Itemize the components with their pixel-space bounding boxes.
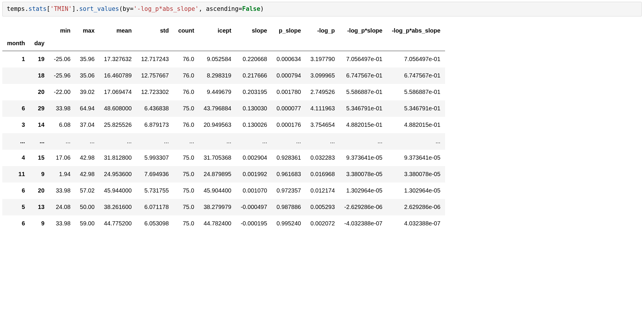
table-row-ellipsis: ... ... ... ... ... ... ... ... ... ... … bbox=[2, 133, 445, 150]
cell: 0.001992 bbox=[236, 166, 272, 183]
cell: 0.016968 bbox=[306, 166, 339, 183]
cell: 75.0 bbox=[173, 150, 199, 166]
cell: 75.0 bbox=[173, 183, 199, 199]
code-token: sort_values bbox=[79, 5, 119, 12]
cell: 43.796884 bbox=[199, 100, 236, 117]
cell: 12.723302 bbox=[136, 84, 174, 100]
cell: 76.0 bbox=[173, 117, 199, 133]
cell: 17.327632 bbox=[99, 51, 136, 67]
cell: 12.757667 bbox=[136, 67, 174, 84]
cell: 0.995240 bbox=[272, 215, 306, 232]
cell: 75.0 bbox=[173, 199, 199, 215]
cell: ... bbox=[236, 133, 272, 150]
code-token: ascending bbox=[206, 5, 239, 12]
cell: 7.056497e-01 bbox=[339, 51, 387, 67]
cell: 24.08 bbox=[49, 199, 75, 215]
row-index-month: 6 bbox=[2, 215, 30, 232]
cell: 33.98 bbox=[49, 183, 75, 199]
cell: 48.608000 bbox=[99, 100, 136, 117]
cell: ... bbox=[339, 133, 387, 150]
cell: 9.052584 bbox=[199, 51, 236, 67]
cell: 0.130026 bbox=[236, 117, 272, 133]
cell: 50.00 bbox=[75, 199, 99, 215]
row-index-month: 1 bbox=[2, 51, 30, 67]
code-token: stats bbox=[28, 5, 47, 12]
cell: 0.987886 bbox=[272, 199, 306, 215]
cell: 4.032388e-07 bbox=[387, 215, 445, 232]
cell: ... bbox=[136, 133, 174, 150]
cell: ... bbox=[306, 133, 339, 150]
cell: 0.928361 bbox=[272, 150, 306, 166]
row-index-day: 9 bbox=[30, 166, 49, 183]
cell: ... bbox=[99, 133, 136, 150]
cell: 0.012174 bbox=[306, 183, 339, 199]
cell: 17.06 bbox=[49, 150, 75, 166]
cell: 0.000794 bbox=[272, 67, 306, 84]
cell: 3.197790 bbox=[306, 51, 339, 67]
cell: 4.882015e-01 bbox=[339, 117, 387, 133]
row-index-day: ... bbox=[30, 133, 49, 150]
cell: 6.747567e-01 bbox=[387, 67, 445, 84]
cell: 12.717243 bbox=[136, 51, 174, 67]
cell: ... bbox=[199, 133, 236, 150]
code-token: [ bbox=[47, 5, 50, 12]
cell: 0.002904 bbox=[236, 150, 272, 166]
dataframe-table: min max mean std count icept slope p_slo… bbox=[2, 21, 445, 232]
cell: 44.775200 bbox=[99, 215, 136, 232]
cell: 2.749526 bbox=[306, 84, 339, 100]
column-header-neg_log_p: -log_p bbox=[306, 21, 339, 37]
cell: 6.071178 bbox=[136, 199, 174, 215]
code-token: by bbox=[123, 5, 130, 12]
cell: 0.130030 bbox=[236, 100, 272, 117]
cell: 75.0 bbox=[173, 100, 199, 117]
cell: 0.002072 bbox=[306, 215, 339, 232]
cell: 0.032283 bbox=[306, 150, 339, 166]
table-row: 4 15 17.06 42.98 31.812800 5.993307 75.0… bbox=[2, 150, 445, 166]
index-name-month: month bbox=[2, 37, 30, 51]
cell: 4.111963 bbox=[306, 100, 339, 117]
column-header-p_slope: p_slope bbox=[272, 21, 306, 37]
cell: 5.586887e-01 bbox=[387, 84, 445, 100]
cell: 24.953600 bbox=[99, 166, 136, 183]
cell: 3.380078e-05 bbox=[387, 166, 445, 183]
cell: 35.96 bbox=[75, 51, 99, 67]
cell: 35.06 bbox=[75, 67, 99, 84]
cell: 7.056497e-01 bbox=[387, 51, 445, 67]
cell: -22.00 bbox=[49, 84, 75, 100]
code-token: temps bbox=[7, 5, 25, 12]
table-row: 6 20 33.98 57.02 45.944000 5.731755 75.0… bbox=[2, 183, 445, 199]
code-token: = bbox=[239, 5, 242, 12]
row-index-month: 6 bbox=[2, 183, 30, 199]
code-token: . bbox=[76, 5, 79, 12]
table-row: 6 9 33.98 59.00 44.775200 6.053098 75.0 … bbox=[2, 215, 445, 232]
cell: 1.302964e-05 bbox=[339, 183, 387, 199]
cell: 0.000077 bbox=[272, 100, 306, 117]
cell: 75.0 bbox=[173, 215, 199, 232]
cell: 16.460789 bbox=[99, 67, 136, 84]
cell: -25.06 bbox=[49, 51, 75, 67]
table-row: 3 14 6.08 37.04 25.825526 6.879173 76.0 … bbox=[2, 117, 445, 133]
column-header-icept: icept bbox=[199, 21, 236, 37]
cell: ... bbox=[173, 133, 199, 150]
cell: 1.94 bbox=[49, 166, 75, 183]
cell: 3.380078e-05 bbox=[339, 166, 387, 183]
row-index-day: 15 bbox=[30, 150, 49, 166]
code-token: = bbox=[130, 5, 133, 12]
cell: 59.00 bbox=[75, 215, 99, 232]
table-row: 5 13 24.08 50.00 38.261600 6.071178 75.0… bbox=[2, 199, 445, 215]
cell: 6.053098 bbox=[136, 215, 174, 232]
cell: 3.754654 bbox=[306, 117, 339, 133]
cell: 5.346791e-01 bbox=[339, 100, 387, 117]
blank-header bbox=[2, 21, 30, 37]
code-input[interactable]: temps.stats['TMIN'].sort_values(by='-log… bbox=[2, 2, 642, 16]
cell: 64.94 bbox=[75, 100, 99, 117]
cell: 38.261600 bbox=[99, 199, 136, 215]
column-header-max: max bbox=[75, 21, 99, 37]
cell: 6.879173 bbox=[136, 117, 174, 133]
code-token: ( bbox=[119, 5, 123, 12]
column-header-min: min bbox=[49, 21, 75, 37]
cell: 0.203195 bbox=[236, 84, 272, 100]
cell: 39.02 bbox=[75, 84, 99, 100]
cell: -2.629286e-06 bbox=[339, 199, 387, 215]
cell: 45.904400 bbox=[199, 183, 236, 199]
